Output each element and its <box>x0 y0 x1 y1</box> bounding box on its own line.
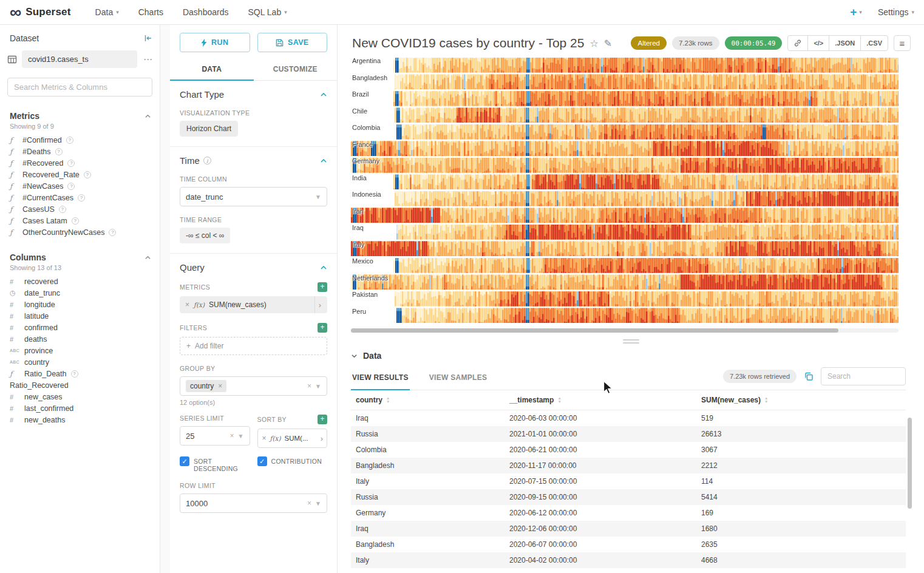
table-row[interactable]: Germany 2020-06-12 00:00:00 169 <box>351 505 906 521</box>
groupby-pill[interactable]: country × <box>186 380 226 392</box>
remove-groupby-icon[interactable]: × <box>218 382 222 390</box>
table-row[interactable]: Italy 2020-04-02 00:00:00 4668 <box>351 552 906 568</box>
metric-item[interactable]: ƒ #Confirmed ? <box>0 134 160 146</box>
scrollbar-thumb[interactable] <box>351 328 838 333</box>
column-item[interactable]: ABC province ? <box>0 345 160 356</box>
column-item[interactable]: ABC country ? <box>0 356 160 368</box>
metric-item[interactable]: ƒ OtherCountryNewCases ? <box>0 226 160 238</box>
metric-item[interactable]: ƒ #Recovered ? <box>0 157 160 169</box>
dataset-name[interactable]: covid19.cases_ts <box>22 50 137 68</box>
column-item[interactable]: # new_cases ? <box>0 391 160 402</box>
add-sortby-button[interactable]: + <box>318 415 327 424</box>
tab-data[interactable]: DATA <box>170 58 254 81</box>
remove-metric-icon[interactable]: × <box>185 300 189 309</box>
table-row[interactable]: Russia 2021-01-01 00:00:00 26613 <box>351 426 906 442</box>
dataset-more-menu-icon[interactable]: ⋯ <box>142 54 154 65</box>
export-json-button[interactable]: .JSON <box>829 35 861 51</box>
results-search-input[interactable] <box>821 367 906 385</box>
horizon-chart[interactable]: ArgentinaBangladeshBrazilChileColombiaFr… <box>351 57 899 324</box>
column-header[interactable]: __timestamp ▲▼ <box>504 390 696 410</box>
table-row[interactable]: Iraq 2020-12-06 00:00:00 1680 <box>351 521 906 537</box>
remove-sortby-icon[interactable]: × <box>262 434 267 442</box>
sort-icons[interactable]: ▲▼ <box>386 396 390 404</box>
time-section-header[interactable]: Time i <box>180 155 327 166</box>
tab-view-results[interactable]: VIEW RESULTS <box>351 367 410 390</box>
metric-item[interactable]: ƒ CasesUS ? <box>0 203 160 215</box>
copy-link-button[interactable] <box>787 35 808 51</box>
row-limit-select[interactable]: 10000 × ▼ <box>180 493 327 513</box>
nav-menu-item[interactable]: Dashboards ▾ <box>183 7 229 17</box>
column-header[interactable]: country ▲▼ <box>351 390 504 410</box>
nav-menu-item[interactable]: Charts ▾ <box>138 7 163 17</box>
column-item[interactable]: ƒ Ratio_Death ? <box>0 368 160 379</box>
metric-item[interactable]: ƒ #CurrentCases ? <box>0 192 160 203</box>
column-item[interactable]: # longitude ? <box>0 299 160 310</box>
run-button[interactable]: RUN <box>180 33 250 52</box>
column-item[interactable]: # last_confirmed ? <box>0 402 160 414</box>
superset-home-link[interactable]: ∞ Superset <box>10 6 71 18</box>
column-header[interactable]: SUM(new_cases) ▲▼ <box>696 390 906 410</box>
metrics-section-header[interactable]: Metrics <box>10 111 151 121</box>
export-csv-button[interactable]: .CSV <box>860 35 888 51</box>
column-item[interactable]: # recovered ? <box>0 276 160 287</box>
nav-menu-item[interactable]: Data ▾ <box>95 7 119 17</box>
columns-section-header[interactable]: Columns <box>10 253 151 262</box>
pane-resize-handle[interactable] <box>338 333 924 350</box>
clear-icon[interactable]: × <box>307 382 311 390</box>
clear-icon[interactable]: × <box>307 499 311 507</box>
table-row[interactable]: Russia 2020-09-15 00:00:00 5414 <box>351 489 906 505</box>
add-metric-button[interactable]: + <box>318 282 327 292</box>
sortby-select[interactable]: × ƒ(x) SUM(... › <box>257 429 328 448</box>
chevron-right-icon[interactable]: › <box>319 429 324 447</box>
time-column-select[interactable]: date_trunc ▼ <box>180 187 327 206</box>
tab-customize[interactable]: CUSTOMIZE <box>254 58 338 81</box>
column-item[interactable]: # deaths ? <box>0 333 160 345</box>
query-section-header[interactable]: Query <box>180 262 327 273</box>
metric-item[interactable]: ƒ #NewCases ? <box>0 180 160 192</box>
table-row[interactable]: Iraq 2020-06-03 00:00:00 519 <box>351 410 906 427</box>
table-row[interactable]: Italy 2020-07-15 00:00:00 114 <box>351 473 906 489</box>
new-item-button[interactable]: + ▾ <box>850 8 862 16</box>
add-filter-button[interactable]: + <box>318 323 327 333</box>
copy-data-button[interactable] <box>804 371 814 381</box>
edit-title-icon[interactable]: ✎ <box>604 38 612 49</box>
chart-horizontal-scrollbar[interactable] <box>351 328 899 333</box>
metric-item[interactable]: ƒ Cases Latam ? <box>0 215 160 226</box>
column-item[interactable]: # latitude ? <box>0 310 160 322</box>
table-row[interactable]: Colombia 2020-06-21 00:00:00 3067 <box>351 442 906 458</box>
groupby-select[interactable]: country × × ▼ <box>180 376 327 396</box>
add-filter-dropzone[interactable]: + Add filter <box>180 337 327 355</box>
clear-icon[interactable]: × <box>230 432 234 440</box>
table-vertical-scrollbar[interactable] <box>908 418 912 509</box>
metric-item[interactable]: ƒ #Deaths ? <box>0 146 160 157</box>
tab-view-samples[interactable]: VIEW SAMPLES <box>428 367 489 390</box>
column-item[interactable]: # new_deaths ? <box>0 414 160 426</box>
column-item[interactable]: # confirmed ? <box>0 322 160 333</box>
settings-menu[interactable]: Settings ▾ <box>878 7 914 17</box>
data-panel-toggle[interactable]: Data <box>351 351 906 361</box>
save-button[interactable]: SAVE <box>257 33 328 52</box>
sort-descending-checkbox[interactable]: ✓ SORT DESCENDING <box>180 456 250 472</box>
contribution-checkbox[interactable]: ✓ CONTRIBUTION <box>257 456 328 472</box>
favorite-star-icon[interactable]: ☆ <box>589 38 598 49</box>
dataset-search-input[interactable] <box>7 78 152 97</box>
metric-pill[interactable]: × ƒ(x) SUM(new_cases) › <box>180 296 327 313</box>
viz-type-pill[interactable]: Horizon Chart <box>180 121 238 137</box>
column-item[interactable]: ◷ date_trunc ? <box>0 287 160 299</box>
chart-menu-button[interactable]: ≡ <box>894 35 911 51</box>
table-row[interactable]: Bangladesh 2020-06-07 00:00:00 2635 <box>351 537 906 552</box>
panel-resize-gutter[interactable] <box>160 25 170 573</box>
embed-code-button[interactable]: </> <box>807 35 829 51</box>
time-range-pill[interactable]: -∞ ≤ col < ∞ <box>180 228 230 243</box>
collapse-panel-icon[interactable] <box>144 34 152 42</box>
altered-badge[interactable]: Altered <box>631 36 666 50</box>
sort-icons[interactable]: ▲▼ <box>557 396 561 404</box>
sort-icons[interactable]: ▲▼ <box>764 396 768 404</box>
series-limit-select[interactable]: 25 × ▼ <box>180 426 250 446</box>
chevron-right-icon[interactable]: › <box>314 296 325 313</box>
metric-item[interactable]: ƒ Recovered_Rate ? <box>0 169 160 180</box>
table-row[interactable]: Bangladesh 2020-11-17 00:00:00 2212 <box>351 458 906 473</box>
nav-menu-item[interactable]: SQL Lab ▾ <box>248 7 287 17</box>
chart-type-section-header[interactable]: Chart Type <box>180 89 327 100</box>
column-item[interactable]: Ratio_Recovered ? <box>0 379 160 391</box>
